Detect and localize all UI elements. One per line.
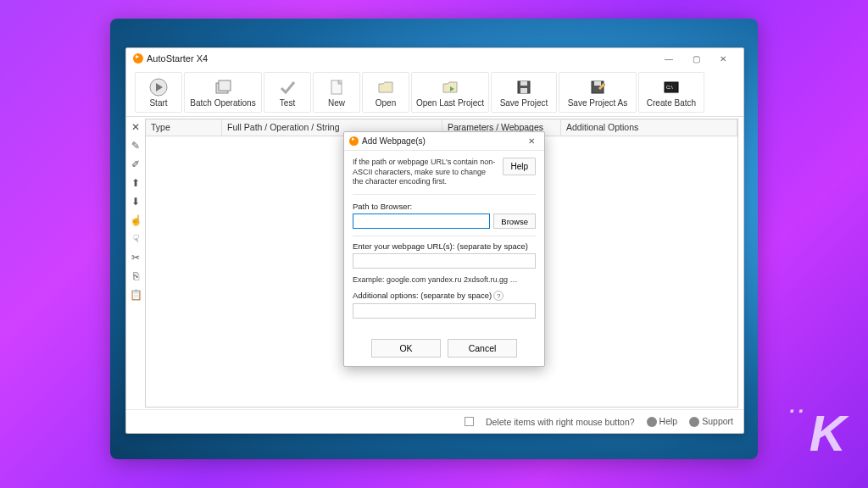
test-button[interactable]: Test bbox=[264, 72, 311, 113]
minimize-button[interactable]: — bbox=[655, 50, 682, 67]
svg-text:C:\: C:\ bbox=[666, 85, 673, 90]
delete-checkbox[interactable] bbox=[465, 417, 474, 426]
new-icon bbox=[327, 78, 346, 97]
svg-rect-3 bbox=[219, 80, 231, 91]
statusbar: Delete items with right mouse button? He… bbox=[126, 409, 743, 433]
dialog-titlebar: Add Webpage(s) ✕ bbox=[344, 132, 544, 151]
paste-icon[interactable]: 📋 bbox=[129, 288, 142, 302]
maximize-button[interactable]: ▢ bbox=[682, 50, 709, 67]
close-button[interactable]: ✕ bbox=[709, 50, 737, 67]
svg-rect-7 bbox=[520, 88, 527, 93]
copy-icon[interactable]: ⎘ bbox=[129, 269, 142, 283]
help-icon bbox=[647, 417, 657, 427]
new-button[interactable]: New bbox=[313, 72, 360, 113]
svg-rect-6 bbox=[520, 81, 527, 86]
path-label: Path to Browser: bbox=[353, 202, 536, 211]
open-button[interactable]: Open bbox=[362, 72, 409, 113]
brush-icon[interactable]: ✐ bbox=[129, 158, 142, 171]
url-input[interactable] bbox=[353, 253, 536, 269]
terminal-icon: C:\ bbox=[662, 78, 681, 97]
down-arrow-icon[interactable]: ⬇ bbox=[129, 195, 142, 208]
addopt-label: Additional options: (separate by space)? bbox=[353, 291, 536, 301]
save-as-button[interactable]: Save Project As bbox=[559, 72, 637, 113]
url-label: Enter your webpage URL(s): (separate by … bbox=[353, 241, 536, 251]
batch-operations-button[interactable]: Batch Operations bbox=[184, 72, 262, 113]
batch-icon bbox=[214, 78, 232, 97]
start-button[interactable]: Start bbox=[135, 72, 182, 113]
help-qmark-icon[interactable]: ? bbox=[493, 291, 504, 301]
url-example: Example: google.com yandex.ru 2xdsoft.ru… bbox=[353, 275, 536, 284]
help-link[interactable]: Help bbox=[647, 416, 678, 427]
svg-rect-9 bbox=[594, 81, 601, 86]
support-link[interactable]: Support bbox=[689, 416, 733, 427]
folder-icon bbox=[376, 78, 395, 97]
additional-options-input[interactable] bbox=[353, 303, 536, 319]
open-last-button[interactable]: Open Last Project bbox=[411, 72, 489, 113]
help-button[interactable]: Help bbox=[503, 158, 536, 175]
check-icon bbox=[278, 78, 297, 97]
titlebar: AutoStarter X4 — ▢ ✕ bbox=[126, 48, 743, 69]
browse-button[interactable]: Browse bbox=[493, 214, 536, 229]
add-webpage-dialog: Add Webpage(s) ✕ If the path or webpage … bbox=[343, 131, 545, 367]
hand-down-icon[interactable]: ☟ bbox=[129, 232, 142, 246]
dialog-title: Add Webpage(s) bbox=[362, 136, 426, 146]
folder-arrow-icon bbox=[441, 78, 459, 97]
cut-icon[interactable]: ✂ bbox=[129, 251, 142, 264]
pen-icon[interactable]: ✎ bbox=[129, 139, 142, 152]
save-as-icon bbox=[588, 78, 607, 97]
up-arrow-icon[interactable]: ⬆ bbox=[129, 176, 142, 190]
col-additional[interactable]: Additional Options bbox=[561, 119, 737, 136]
encoding-hint: If the path or webpage URL's contain non… bbox=[353, 158, 498, 187]
browser-path-input[interactable] bbox=[353, 214, 490, 229]
app-title: AutoStarter X4 bbox=[147, 53, 208, 64]
play-icon bbox=[149, 78, 168, 97]
toolbar: Start Batch Operations Test New Open Ope… bbox=[126, 69, 743, 117]
ok-button[interactable]: OK bbox=[371, 339, 441, 358]
save-icon bbox=[515, 78, 533, 97]
watermark: K bbox=[810, 404, 843, 463]
close-x-icon[interactable]: ✕ bbox=[129, 120, 142, 134]
hand-up-icon[interactable]: ☝ bbox=[129, 214, 142, 227]
save-button[interactable]: Save Project bbox=[491, 72, 557, 113]
support-icon bbox=[689, 417, 699, 427]
delete-hint: Delete items with right mouse button? bbox=[486, 417, 635, 427]
create-batch-button[interactable]: C:\ Create Batch bbox=[638, 72, 704, 113]
col-type[interactable]: Type bbox=[146, 119, 222, 136]
app-icon bbox=[133, 53, 143, 64]
dialog-close-button[interactable]: ✕ bbox=[524, 135, 539, 148]
cancel-button[interactable]: Cancel bbox=[448, 339, 517, 358]
dialog-icon bbox=[349, 136, 359, 146]
side-toolbar: ✕ ✎ ✐ ⬆ ⬇ ☝ ☟ ✂ ⎘ 📋 bbox=[126, 117, 145, 409]
